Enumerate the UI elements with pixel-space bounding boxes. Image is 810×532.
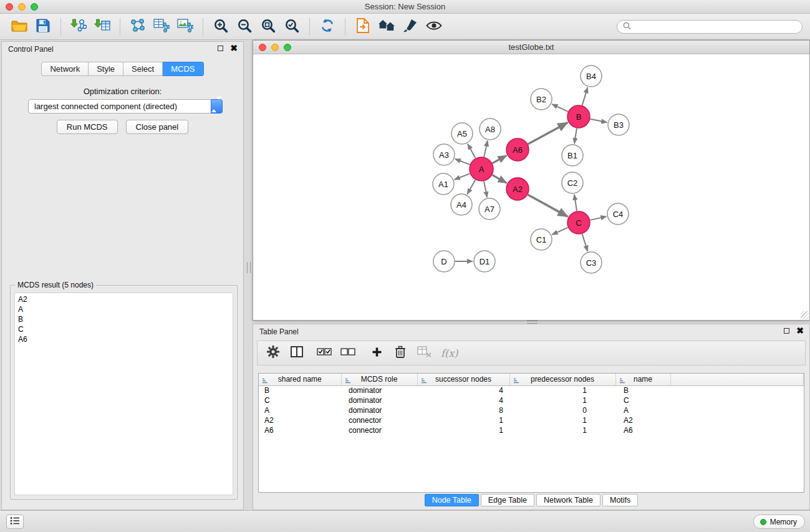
dropdown-stepper-icon[interactable] [211,99,223,114]
network-minimize-button[interactable] [271,44,279,51]
tab-mcds[interactable]: MCDS [163,62,203,76]
column-header-MCDS-role[interactable]: MCDS role [341,374,417,385]
edge-A-A5[interactable] [468,144,475,158]
zoom-out-button[interactable] [233,16,256,38]
edge-B-B2[interactable] [552,104,568,112]
table-cell[interactable]: dominator [341,385,417,395]
table-cell[interactable]: A [259,405,341,415]
table-row[interactable]: Bdominator41B [259,385,804,395]
table-cell[interactable]: A2 [259,415,341,425]
table-cell[interactable]: 1 [509,415,615,425]
table-cell[interactable]: 1 [417,425,509,435]
tab-node-table[interactable]: Node Table [425,494,479,506]
result-item[interactable]: A [15,304,233,314]
result-item[interactable]: A2 [15,294,233,304]
edge-A-A4[interactable] [467,180,475,194]
table-cell[interactable]: 4 [417,385,509,395]
table-cell[interactable]: A6 [615,425,670,435]
table-cell[interactable]: 1 [417,415,509,425]
edge-A2-C[interactable] [528,195,568,216]
column-header-successor-nodes[interactable]: successor nodes [417,374,509,385]
table-cell[interactable]: A2 [615,415,670,425]
table-cell[interactable]: B [259,385,341,395]
add-column-button[interactable] [366,343,387,363]
network-image-button[interactable] [173,16,197,38]
edge-C-C3[interactable] [582,234,588,251]
table-row[interactable]: Adominator80A [259,405,804,415]
new-network-button[interactable] [126,16,150,38]
select-all-button[interactable] [314,343,335,363]
save-session-button[interactable] [31,16,55,38]
table-cell[interactable]: 8 [417,405,509,415]
open-session-button[interactable] [7,16,31,38]
table-row[interactable]: A6connector11A6 [259,425,804,435]
home-views-button[interactable] [375,16,398,38]
table-row[interactable]: A2connector11A2 [259,415,804,425]
edge-A-A6[interactable] [493,155,507,163]
refresh-button[interactable] [316,16,339,38]
zoom-fit-button[interactable] [280,16,304,38]
edge-A-A7[interactable] [484,181,487,198]
tab-motifs[interactable]: Motifs [602,494,638,506]
table-cell[interactable]: 1 [509,385,615,395]
tab-edge-table[interactable]: Edge Table [481,494,534,506]
table-cell[interactable]: connector [341,425,417,435]
edge-A-A8[interactable] [484,141,488,157]
table-cell[interactable]: connector [341,415,417,425]
minimize-window-button[interactable] [18,3,26,11]
column-header-predecessor-nodes[interactable]: predecessor nodes [509,374,615,385]
tab-network-table[interactable]: Network Table [536,494,600,506]
mcds-result-list[interactable]: A2ABCA6 [14,293,233,495]
close-window-button[interactable] [6,3,13,11]
zoom-window-button[interactable] [31,3,38,11]
float-panel-icon[interactable] [218,46,223,51]
show-columns-button[interactable] [286,343,307,363]
paint-style-button[interactable] [398,16,422,38]
table-cell[interactable]: dominator [341,405,417,415]
table-row[interactable]: Cdominator41C [259,395,804,405]
network-zoom-button[interactable] [284,44,291,51]
show-details-button[interactable] [422,16,446,38]
task-history-button[interactable] [6,515,24,529]
zoom-in-button[interactable] [209,16,233,38]
edge-A-A2[interactable] [493,175,507,183]
table-settings-button[interactable] [263,343,284,363]
table-cell[interactable]: C [615,395,670,405]
deselect-all-button[interactable] [337,343,359,363]
column-header-shared-name[interactable]: shared name [259,374,341,385]
column-header-name[interactable]: name [615,374,670,385]
memory-button[interactable]: Memory [753,515,805,529]
edge-B-B1[interactable] [574,128,577,143]
tab-select[interactable]: Select [123,62,163,76]
edge-C-C1[interactable] [552,228,567,235]
import-network-button[interactable] [67,16,90,38]
edge-A-A1[interactable] [455,173,470,180]
network-close-button[interactable] [259,44,266,51]
import-table-button[interactable] [90,16,114,38]
network-from-table-button[interactable] [150,16,173,38]
edge-B-B4[interactable] [582,87,588,105]
edge-B-B3[interactable] [591,119,607,122]
table-cell[interactable]: 1 [509,425,615,435]
close-panel-button[interactable]: Close panel [126,120,189,134]
function-builder-button[interactable]: f(x) [441,347,458,359]
edge-C-C4[interactable] [591,216,607,220]
delete-table-button[interactable] [413,343,435,363]
result-item[interactable]: C [15,324,233,334]
zoom-selected-button[interactable] [256,16,280,38]
close-table-panel-icon[interactable]: ✖ [796,327,804,334]
node-table[interactable]: shared nameMCDS rolesuccessor nodesprede… [258,373,804,493]
result-item[interactable]: B [15,314,233,324]
table-cell[interactable]: C [259,395,341,405]
table-cell[interactable]: 0 [509,405,615,415]
document-export-button[interactable] [351,16,375,38]
result-item[interactable]: A6 [15,334,233,344]
table-cell[interactable]: B [615,385,670,395]
tab-network[interactable]: Network [41,62,89,76]
close-panel-icon[interactable]: ✖ [230,45,238,52]
edge-C-C2[interactable] [574,195,577,211]
edge-A6-B[interactable] [528,123,568,144]
table-cell[interactable]: 4 [417,395,509,405]
table-cell[interactable]: A [615,405,670,415]
search-input[interactable] [634,22,796,31]
